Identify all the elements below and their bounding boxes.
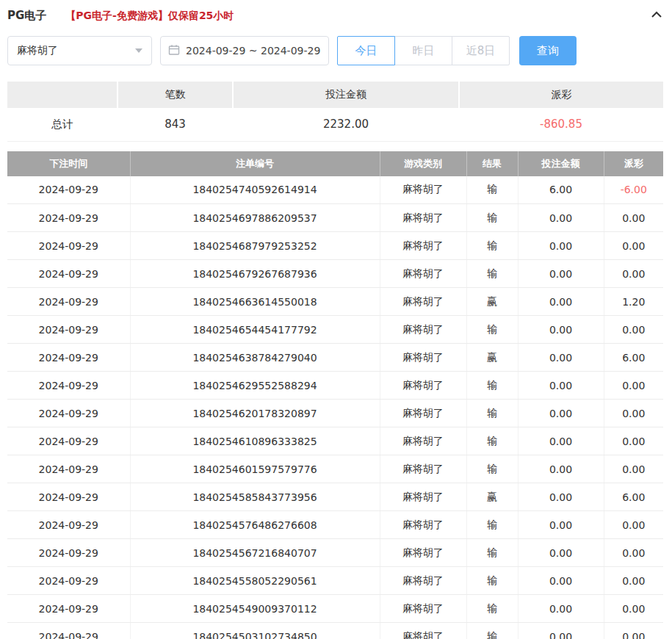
result-cell: 输 <box>466 316 518 344</box>
col-bet-amount: 投注金额 <box>518 151 604 176</box>
free-game-notice: 【PG电子-免费游戏】仅保留25小时 <box>65 10 234 23</box>
bet-amount-cell: 0.00 <box>518 232 604 260</box>
order-id-cell: 1840254585843773956 <box>130 483 380 511</box>
bet-date-cell: 2024-09-29 <box>7 455 130 483</box>
summary-total-label: 总计 <box>7 108 118 141</box>
bet-date-cell: 2024-09-29 <box>7 400 130 427</box>
summary-header-payout: 派彩 <box>459 82 663 108</box>
bet-amount-cell: 0.00 <box>518 372 604 400</box>
order-id-cell: 1840254740592614914 <box>130 176 380 204</box>
payout-cell: 6.00 <box>604 483 663 511</box>
payout-cell: 0.00 <box>604 400 663 427</box>
summary-total-row: 总计 843 2232.00 -860.85 <box>7 108 663 141</box>
filter-bar: 麻将胡了 2024-09-29 ~ 2024-09-29 今日 昨日 近8日 查… <box>7 36 663 65</box>
payout-cell: 0.00 <box>604 567 663 595</box>
order-id-cell: 1840254638784279040 <box>130 344 380 372</box>
result-cell: 输 <box>466 623 518 639</box>
bet-amount-cell: 0.00 <box>518 595 604 623</box>
payout-cell: 0.00 <box>604 623 663 639</box>
result-cell: 输 <box>466 204 518 232</box>
result-cell: 输 <box>466 232 518 260</box>
table-row: 2024-09-291840254740592614914麻将胡了输6.00-6… <box>7 176 663 204</box>
bet-amount-cell: 0.00 <box>518 567 604 595</box>
order-id-cell: 1840254558052290561 <box>130 567 380 595</box>
bet-date-cell: 2024-09-29 <box>7 427 130 455</box>
bet-table: 下注时间 注单编号 游戏类别 结果 投注金额 派彩 2024-09-291840… <box>7 151 663 639</box>
col-game-type: 游戏类别 <box>380 151 466 176</box>
bet-date-cell: 2024-09-29 <box>7 288 130 316</box>
order-id-cell: 1840254567216840707 <box>130 539 380 567</box>
result-cell: 输 <box>466 539 518 567</box>
table-row: 2024-09-291840254697886209537麻将胡了输0.000.… <box>7 204 663 232</box>
calendar-icon <box>168 44 186 58</box>
bet-amount-cell: 0.00 <box>518 455 604 483</box>
col-order-id: 注单编号 <box>130 151 380 176</box>
col-payout: 派彩 <box>604 151 663 176</box>
quick-btn-yesterday[interactable]: 昨日 <box>394 36 452 65</box>
result-cell: 输 <box>466 567 518 595</box>
bet-date-cell: 2024-09-29 <box>7 316 130 344</box>
collapse-panel-button[interactable] <box>650 10 663 22</box>
bet-date-cell: 2024-09-29 <box>7 511 130 539</box>
search-button[interactable]: 查询 <box>519 36 577 65</box>
table-row: 2024-09-291840254558052290561麻将胡了输0.000.… <box>7 567 663 595</box>
order-id-cell: 1840254663614550018 <box>130 288 380 316</box>
payout-cell: 0.00 <box>604 511 663 539</box>
quick-date-group: 今日 昨日 近8日 <box>337 36 510 65</box>
order-id-cell: 1840254629552588294 <box>130 372 380 400</box>
chevron-down-icon <box>135 48 142 53</box>
table-row: 2024-09-291840254638784279040麻将胡了赢0.006.… <box>7 344 663 372</box>
game-type-cell: 麻将胡了 <box>380 176 466 204</box>
quick-btn-today[interactable]: 今日 <box>337 36 395 65</box>
table-row: 2024-09-291840254663614550018麻将胡了赢0.001.… <box>7 288 663 316</box>
summary-header-blank <box>7 82 118 108</box>
bet-table-body: 2024-09-291840254740592614914麻将胡了输6.00-6… <box>7 176 663 639</box>
quick-btn-last8days[interactable]: 近8日 <box>452 36 510 65</box>
table-row: 2024-09-291840254601597579776麻将胡了输0.000.… <box>7 455 663 483</box>
order-id-cell: 1840254503102734850 <box>130 623 380 639</box>
order-id-cell: 1840254601597579776 <box>130 455 380 483</box>
result-cell: 输 <box>466 372 518 400</box>
result-cell: 输 <box>466 511 518 539</box>
game-type-cell: 麻将胡了 <box>380 232 466 260</box>
table-row: 2024-09-291840254503102734850麻将胡了输0.000.… <box>7 623 663 639</box>
payout-cell: 1.20 <box>604 288 663 316</box>
table-row: 2024-09-291840254610896333825麻将胡了输0.000.… <box>7 427 663 455</box>
result-cell: 输 <box>466 595 518 623</box>
bet-date-cell: 2024-09-29 <box>7 539 130 567</box>
table-row: 2024-09-291840254687979253252麻将胡了输0.000.… <box>7 232 663 260</box>
game-type-cell: 麻将胡了 <box>380 455 466 483</box>
order-id-cell: 1840254576486276608 <box>130 511 380 539</box>
result-cell: 输 <box>466 176 518 204</box>
bet-amount-cell: 0.00 <box>518 204 604 232</box>
summary-total-bet-amount: 2232.00 <box>233 108 459 141</box>
bet-date-cell: 2024-09-29 <box>7 232 130 260</box>
bet-amount-cell: 0.00 <box>518 316 604 344</box>
bet-amount-cell: 0.00 <box>518 427 604 455</box>
payout-cell: 0.00 <box>604 455 663 483</box>
game-type-cell: 麻将胡了 <box>380 316 466 344</box>
bet-date-cell: 2024-09-29 <box>7 260 130 288</box>
game-type-cell: 麻将胡了 <box>380 372 466 400</box>
bet-amount-cell: 0.00 <box>518 623 604 639</box>
date-range-input[interactable]: 2024-09-29 ~ 2024-09-29 <box>160 36 329 65</box>
bet-amount-cell: 0.00 <box>518 400 604 427</box>
date-range-value: 2024-09-29 ~ 2024-09-29 <box>186 45 320 57</box>
bet-amount-cell: 0.00 <box>518 260 604 288</box>
bet-date-cell: 2024-09-29 <box>7 623 130 639</box>
chevron-up-icon <box>650 10 663 22</box>
game-select-value: 麻将胡了 <box>17 44 135 57</box>
game-type-cell: 麻将胡了 <box>380 483 466 511</box>
game-select[interactable]: 麻将胡了 <box>7 36 152 65</box>
order-id-cell: 1840254679267687936 <box>130 260 380 288</box>
game-type-cell: 麻将胡了 <box>380 595 466 623</box>
payout-cell: 0.00 <box>604 539 663 567</box>
result-cell: 赢 <box>466 483 518 511</box>
game-type-cell: 麻将胡了 <box>380 427 466 455</box>
bet-amount-cell: 0.00 <box>518 511 604 539</box>
order-id-cell: 1840254697886209537 <box>130 204 380 232</box>
bet-date-cell: 2024-09-29 <box>7 595 130 623</box>
game-type-cell: 麻将胡了 <box>380 623 466 639</box>
summary-header-bet-amount: 投注金额 <box>233 82 459 108</box>
game-type-cell: 麻将胡了 <box>380 204 466 232</box>
